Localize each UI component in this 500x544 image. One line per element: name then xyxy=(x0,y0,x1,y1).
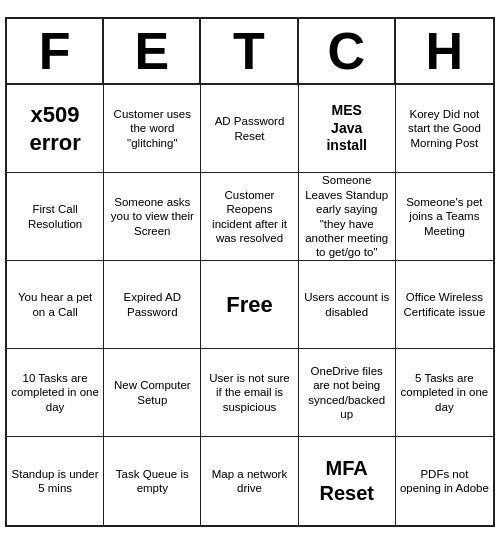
cell-text-r3c1: You hear a pet on a Call xyxy=(11,290,99,319)
header-letter-c: C xyxy=(299,19,396,83)
bingo-cell-r1c4[interactable]: MESJavainstall xyxy=(299,85,396,173)
bingo-grid: x509errorCustomer uses the word "glitchi… xyxy=(7,85,493,525)
bingo-cell-r2c3[interactable]: Customer Reopens incident after it was r… xyxy=(201,173,298,261)
cell-text-r1c5: Korey Did not start the Good Morning Pos… xyxy=(400,107,489,150)
cell-text-r4c1: 10 Tasks are completed in one day xyxy=(11,371,99,414)
bingo-cell-r4c2[interactable]: New Computer Setup xyxy=(104,349,201,437)
cell-text-r5c2: Task Queue is empty xyxy=(108,467,196,496)
bingo-cell-r4c3[interactable]: User is not sure if the email is suspici… xyxy=(201,349,298,437)
header-letter-h: H xyxy=(396,19,493,83)
cell-text-r1c1: x509error xyxy=(29,101,80,156)
cell-text-r4c4: OneDrive files are not being synced/back… xyxy=(303,364,391,422)
bingo-cell-r1c2[interactable]: Customer uses the word "glitching" xyxy=(104,85,201,173)
bingo-cell-r4c5[interactable]: 5 Tasks are completed in one day xyxy=(396,349,493,437)
cell-text-r4c2: New Computer Setup xyxy=(108,378,196,407)
cell-text-r2c4: Someone Leaves Standup early saying "the… xyxy=(303,173,391,259)
cell-text-r3c4: Users account is disabled xyxy=(303,290,391,319)
cell-text-r3c3: Free xyxy=(226,291,272,319)
bingo-cell-r4c1[interactable]: 10 Tasks are completed in one day xyxy=(7,349,104,437)
cell-text-r5c1: Standup is under 5 mins xyxy=(11,467,99,496)
bingo-cell-r4c4[interactable]: OneDrive files are not being synced/back… xyxy=(299,349,396,437)
cell-text-r5c4: MFAReset xyxy=(319,456,373,506)
bingo-cell-r3c3[interactable]: Free xyxy=(201,261,298,349)
bingo-card: FETCH x509errorCustomer uses the word "g… xyxy=(5,17,495,527)
bingo-cell-r5c5[interactable]: PDFs not opening in Adobe xyxy=(396,437,493,525)
cell-text-r4c3: User is not sure if the email is suspici… xyxy=(205,371,293,414)
bingo-cell-r1c1[interactable]: x509error xyxy=(7,85,104,173)
cell-text-r2c2: Someone asks you to view their Screen xyxy=(108,195,196,238)
cell-text-r4c5: 5 Tasks are completed in one day xyxy=(400,371,489,414)
cell-text-r3c5: Office Wireless Certificate issue xyxy=(400,290,489,319)
cell-text-r2c3: Customer Reopens incident after it was r… xyxy=(205,188,293,246)
cell-text-r2c1: First Call Resolution xyxy=(11,202,99,231)
bingo-cell-r5c2[interactable]: Task Queue is empty xyxy=(104,437,201,525)
bingo-cell-r2c5[interactable]: Someone's pet joins a Teams Meeting xyxy=(396,173,493,261)
bingo-cell-r2c1[interactable]: First Call Resolution xyxy=(7,173,104,261)
bingo-cell-r2c4[interactable]: Someone Leaves Standup early saying "the… xyxy=(299,173,396,261)
cell-text-r1c4: MESJavainstall xyxy=(326,102,366,155)
bingo-cell-r2c2[interactable]: Someone asks you to view their Screen xyxy=(104,173,201,261)
bingo-cell-r5c4[interactable]: MFAReset xyxy=(299,437,396,525)
bingo-cell-r1c3[interactable]: AD Password Reset xyxy=(201,85,298,173)
cell-text-r1c3: AD Password Reset xyxy=(205,114,293,143)
cell-text-r5c3: Map a network drive xyxy=(205,467,293,496)
bingo-cell-r5c3[interactable]: Map a network drive xyxy=(201,437,298,525)
cell-text-r5c5: PDFs not opening in Adobe xyxy=(400,467,489,496)
header-letter-t: T xyxy=(201,19,298,83)
bingo-cell-r1c5[interactable]: Korey Did not start the Good Morning Pos… xyxy=(396,85,493,173)
bingo-cell-r3c2[interactable]: Expired AD Password xyxy=(104,261,201,349)
bingo-cell-r5c1[interactable]: Standup is under 5 mins xyxy=(7,437,104,525)
header-letter-f: F xyxy=(7,19,104,83)
cell-text-r3c2: Expired AD Password xyxy=(108,290,196,319)
cell-text-r1c2: Customer uses the word "glitching" xyxy=(108,107,196,150)
bingo-header: FETCH xyxy=(7,19,493,85)
header-letter-e: E xyxy=(104,19,201,83)
bingo-cell-r3c4[interactable]: Users account is disabled xyxy=(299,261,396,349)
bingo-cell-r3c1[interactable]: You hear a pet on a Call xyxy=(7,261,104,349)
bingo-cell-r3c5[interactable]: Office Wireless Certificate issue xyxy=(396,261,493,349)
cell-text-r2c5: Someone's pet joins a Teams Meeting xyxy=(400,195,489,238)
